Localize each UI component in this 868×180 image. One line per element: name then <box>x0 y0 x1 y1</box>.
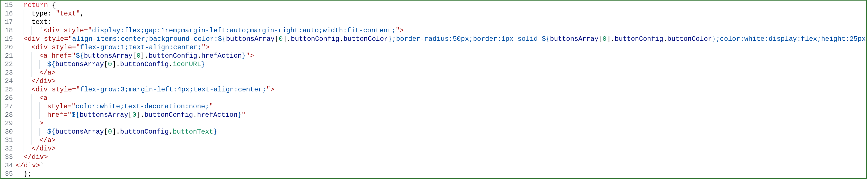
indent-guides <box>16 86 31 94</box>
code-line[interactable]: 30${buttonsArray[0].buttonConfig.buttonT… <box>1 128 866 136</box>
indent-guides <box>16 102 47 111</box>
indent-guides <box>16 136 39 145</box>
code-line[interactable]: 25<div style="flex-grow:3;margin-left:4p… <box>1 86 866 94</box>
line-number: 33 <box>1 153 16 161</box>
code-text: style="color:white;text-decoration:none;… <box>47 102 213 111</box>
line-number: 25 <box>1 86 16 94</box>
code-text: <a <box>39 94 48 102</box>
line-number: 32 <box>1 145 16 153</box>
code-text: </div> <box>24 153 48 161</box>
code-line[interactable]: 15return { <box>1 1 866 9</box>
line-number: 29 <box>1 119 16 128</box>
line-number: 27 <box>1 102 16 111</box>
code-text: type: "text", <box>31 9 84 18</box>
line-number: 15 <box>1 1 16 9</box>
code-line[interactable]: 24</div> <box>1 77 866 86</box>
indent-guides <box>16 26 39 35</box>
code-text: <div style="flex-grow:1;text-align:cente… <box>31 43 210 52</box>
code-text: </div> <box>31 77 56 86</box>
indent-guides <box>16 77 31 86</box>
code-line[interactable]: 23</a> <box>1 69 866 77</box>
line-number: 30 <box>1 128 16 136</box>
line-number: 22 <box>1 60 16 69</box>
indent-guides <box>16 111 47 119</box>
code-line[interactable]: 28href="${buttonsArray[0].buttonConfig.h… <box>1 111 866 119</box>
indent-guides <box>16 1 24 9</box>
code-line[interactable]: 32</div> <box>1 145 866 153</box>
indent-guides <box>16 69 39 77</box>
indent-guides <box>16 128 47 136</box>
indent-guides <box>16 18 31 26</box>
code-text: <div style="align-items:center;backgroun… <box>24 35 867 43</box>
code-text: href="${buttonsArray[0].buttonConfig.hre… <box>47 111 246 119</box>
code-line[interactable]: 29> <box>1 119 866 128</box>
indent-guides <box>16 119 39 128</box>
code-line[interactable]: 31</a> <box>1 136 866 145</box>
code-text: </div>` <box>16 161 44 170</box>
line-number: 26 <box>1 94 16 102</box>
indent-guides <box>16 60 47 69</box>
code-text: </a> <box>39 69 56 77</box>
code-line[interactable]: 16type: "text", <box>1 9 866 18</box>
code-editor[interactable]: 15return {16type: "text",17text:18`<div … <box>0 0 867 179</box>
line-number: 34 <box>1 161 16 170</box>
line-number: 20 <box>1 43 16 52</box>
indent-guides <box>16 145 31 153</box>
line-number: 17 <box>1 18 16 26</box>
code-line[interactable]: 33</div> <box>1 153 866 161</box>
indent-guides <box>16 94 39 102</box>
code-line[interactable]: 26<a <box>1 94 866 102</box>
code-text: ${buttonsArray[0].buttonConfig.buttonTex… <box>47 128 217 136</box>
code-text: text: <box>31 18 52 26</box>
code-text: <div style="flex-grow:3;margin-left:4px;… <box>31 86 274 94</box>
indent-guides <box>16 170 24 178</box>
code-line[interactable]: 18`<div style="display:flex;gap:1rem;mar… <box>1 26 866 35</box>
code-line[interactable]: 34</div>` <box>1 161 866 170</box>
code-line[interactable]: 22${buttonsArray[0].buttonConfig.iconURL… <box>1 60 866 69</box>
code-text: return { <box>24 1 56 9</box>
code-text: </a> <box>39 136 56 145</box>
line-number: 28 <box>1 111 16 119</box>
code-text: ${buttonsArray[0].buttonConfig.iconURL} <box>47 60 205 69</box>
indent-guides <box>16 43 31 52</box>
code-text: </div> <box>31 145 56 153</box>
indent-guides <box>16 52 39 60</box>
code-line[interactable]: 17text: <box>1 18 866 26</box>
line-number: 24 <box>1 77 16 86</box>
indent-guides <box>16 9 31 18</box>
code-line[interactable]: 27style="color:white;text-decoration:non… <box>1 102 866 111</box>
code-line[interactable]: 19<div style="align-items:center;backgro… <box>1 35 866 43</box>
code-editor-content: 15return {16type: "text",17text:18`<div … <box>1 1 866 178</box>
code-line[interactable]: 21<a href="${buttonsArray[0].buttonConfi… <box>1 52 866 60</box>
indent-guides <box>16 35 24 43</box>
indent-guides <box>16 153 24 161</box>
line-number: 19 <box>1 35 16 43</box>
code-line[interactable]: 20<div style="flex-grow:1;text-align:cen… <box>1 43 866 52</box>
code-text: <a href="${buttonsArray[0].buttonConfig.… <box>39 52 254 60</box>
code-text: `<div style="display:flex;gap:1rem;margi… <box>39 26 404 35</box>
line-number: 35 <box>1 170 16 178</box>
code-line[interactable]: 35}; <box>1 170 866 178</box>
code-text: }; <box>24 170 32 178</box>
line-number: 23 <box>1 69 16 77</box>
code-text: > <box>39 119 43 128</box>
line-number: 18 <box>1 26 16 35</box>
line-number: 21 <box>1 52 16 60</box>
line-number: 16 <box>1 9 16 18</box>
line-number: 31 <box>1 136 16 145</box>
